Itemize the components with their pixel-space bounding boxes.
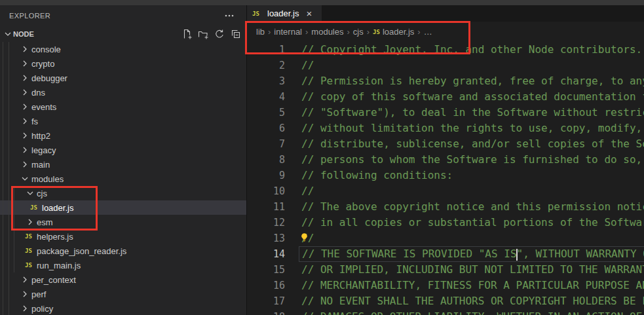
code-line-4[interactable]: 4// copy of this software and associated… [247,89,644,105]
code-line-11[interactable]: 11// The above copyright notice and this… [247,199,644,215]
breadcrumb-label: lib [256,27,265,37]
close-tab-icon[interactable]: × [306,9,312,18]
line-text: // following conditions: [299,168,644,183]
tree-item-loader-js[interactable]: JSloader.js [0,200,246,215]
tree-item-label: debugger [31,73,67,83]
tree-item-label: per_context [31,275,76,285]
code-line-6[interactable]: 6// without limitation the rights to use… [247,120,644,136]
tree-item-label: helpers.js [37,232,73,242]
tree-item-label: crypto [31,59,54,69]
tree-item-helpers-js[interactable]: JShelpers.js [0,229,246,244]
tree-item-label: perf [31,289,46,299]
breadcrumb-label: loader.js [383,27,414,37]
tab-loader-js[interactable]: JS loader.js × [247,5,322,22]
new-folder-icon[interactable] [198,29,208,39]
chevron-right-icon [20,102,30,112]
code-line-17[interactable]: 17// NO EVENT SHALL THE AUTHORS OR COPYR… [247,293,644,309]
code-area: 1// Copyright Joyent, Inc. and other Nod… [247,42,644,315]
explorer-header: EXPLORER [0,5,246,26]
tree-item-run-main-js[interactable]: JSrun_main.js [0,258,246,272]
tree-item-cjs[interactable]: cjs [0,186,246,200]
line-text: // NO EVENT SHALL THE AUTHORS OR COPYRIG… [299,293,644,309]
chevron-right-icon [20,73,30,83]
line-number: 10 [247,185,285,197]
line-number: 15 [247,264,285,276]
breadcrumb-separator: › [417,27,420,37]
breadcrumb-item-lib[interactable]: lib [256,27,265,37]
code-line-1[interactable]: 1// Copyright Joyent, Inc. and other Nod… [247,42,644,58]
tree-item-label: loader.js [42,203,73,213]
breadcrumb-item-internal[interactable]: internal [274,27,302,37]
code-line-9[interactable]: 9// following conditions: [247,168,644,183]
tree-item-label: main [31,160,50,170]
line-text: // THE SOFTWARE IS PROVIDED "AS IS", WIT… [299,246,644,262]
tree-item-esm[interactable]: esm [0,215,246,229]
breadcrumb-item--[interactable]: … [424,27,432,37]
line-text: // OR IMPLIED, INCLUDING BUT NOT LIMITED… [299,262,644,278]
tree-item-crypto[interactable]: crypto [0,56,246,71]
chevron-right-icon [20,274,30,285]
line-number: 5 [247,107,285,119]
tree-item-perf[interactable]: perf [0,287,246,301]
line-text: // Permission is hereby granted, free of… [299,73,644,89]
file-tree: consolecryptodebuggerdnseventsfshttp2leg… [0,42,246,315]
section-header-node[interactable]: NODE [0,26,246,42]
tree-item-label: package_json_reader.js [37,246,126,256]
line-number: 16 [247,280,285,291]
line-text: // persons to whom the Software is furni… [299,152,644,168]
code-line-18[interactable]: 18// DAMAGES OR OTHER LIABILITY, WHETHER… [247,309,644,315]
code-line-10[interactable]: 10// [247,183,644,199]
js-file-icon: JS [25,262,37,269]
explorer-sidebar: EXPLORER NODE consolecryptodebuggerdnsev… [0,5,247,315]
code-line-14[interactable]: 14// THE SOFTWARE IS PROVIDED "AS IS", W… [247,246,644,262]
refresh-icon[interactable] [214,29,225,39]
line-text: // without limitation the rights to use,… [299,120,644,136]
line-number: 14 [247,248,285,260]
tree-item-events[interactable]: events [0,100,246,114]
tree-item-label: modules [31,174,64,184]
line-text: // in all copies or substantial portions… [299,215,644,231]
chevron-down-icon [25,188,35,198]
breadcrumb-item-loader-js[interactable]: JSloader.js [373,27,414,37]
tree-item-console[interactable]: console [0,42,246,56]
tree-item-policy[interactable]: policy [0,301,246,315]
tree-item-legacy[interactable]: legacy [0,143,246,157]
code-line-3[interactable]: 3// Permission is hereby granted, free o… [247,73,644,89]
lightbulb-icon[interactable] [299,232,309,242]
breadcrumb-item-modules[interactable]: modules [311,27,343,37]
line-text: // [299,183,644,199]
breadcrumb-label: cjs [353,27,364,37]
breadcrumb-label: … [424,27,432,37]
code-line-2[interactable]: 2// [247,58,644,73]
breadcrumb: lib›internal›modules›cjs›JSloader.js›… [247,22,644,42]
tree-item-label: events [31,102,56,112]
tree-item-label: console [31,45,61,54]
tab-label: loader.js [267,9,299,18]
code-line-8[interactable]: 8// persons to whom the Software is furn… [247,152,644,168]
tree-item-dns[interactable]: dns [0,85,246,100]
title-bar [0,0,644,5]
line-text: // distribute, sublicense, and/or sell c… [299,136,644,152]
breadcrumb-label: internal [274,27,302,37]
code-line-16[interactable]: 16// MERCHANTABILITY, FITNESS FOR A PART… [247,278,644,293]
tree-item-modules[interactable]: modules [0,172,246,186]
code-line-13[interactable]: 13// [247,231,644,246]
chevron-right-icon [20,145,30,155]
breadcrumb-item-cjs[interactable]: cjs [353,27,364,37]
collapse-all-icon[interactable] [231,29,241,39]
more-actions-icon[interactable] [224,10,235,21]
line-number: 11 [247,201,285,213]
tree-item-package-json-reader-js[interactable]: JSpackage_json_reader.js [0,244,246,258]
code-line-5[interactable]: 5// "Software"), to deal in the Software… [247,105,644,120]
code-line-7[interactable]: 7// distribute, sublicense, and/or sell … [247,136,644,152]
code-line-15[interactable]: 15// OR IMPLIED, INCLUDING BUT NOT LIMIT… [247,262,644,278]
tree-item-per-context[interactable]: per_context [0,272,246,287]
new-file-icon[interactable] [181,29,192,39]
tree-item-debugger[interactable]: debugger [0,71,246,85]
tree-item-label: legacy [31,145,56,155]
js-file-icon: JS [30,204,42,211]
tree-item-http2[interactable]: http2 [0,128,246,143]
code-line-12[interactable]: 12// in all copies or substantial portio… [247,215,644,231]
tree-item-fs[interactable]: fs [0,114,246,128]
tree-item-main[interactable]: main [0,157,246,172]
